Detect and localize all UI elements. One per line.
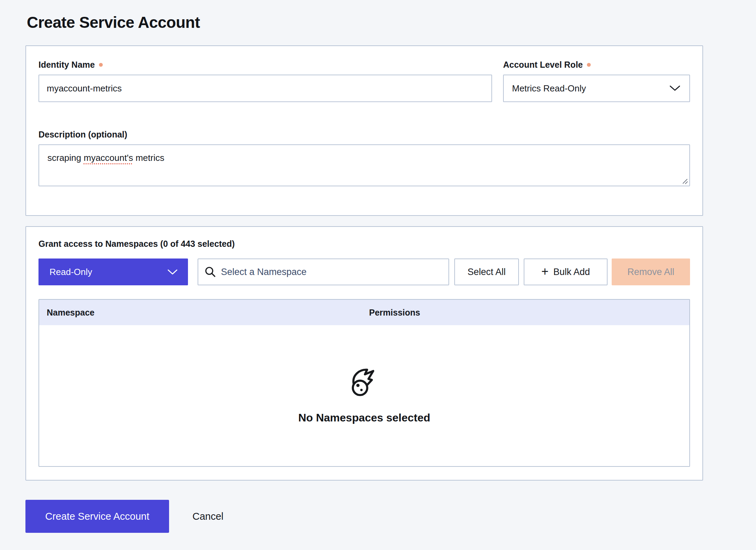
namespace-search-wrap [198, 258, 449, 285]
chevron-down-icon [669, 85, 680, 91]
create-service-account-button[interactable]: Create Service Account [25, 500, 169, 533]
description-textarea[interactable]: scraping myaccount's metrics [38, 144, 690, 186]
description-field-group: Description (optional) scraping myaccoun… [38, 130, 690, 186]
create-service-account-page: Create Service Account Identity Name Acc… [0, 0, 756, 533]
comet-icon [348, 367, 380, 399]
account-level-role-select[interactable]: Metrics Read-Only [503, 75, 690, 102]
remove-all-button[interactable]: Remove All [612, 258, 690, 285]
account-level-role-value: Metrics Read-Only [512, 83, 586, 94]
plus-icon: + [541, 265, 548, 278]
identity-name-input[interactable] [38, 75, 492, 102]
permission-role-value: Read-Only [49, 267, 92, 277]
namespaces-table-header: Namespace Permissions [39, 300, 689, 325]
page-title: Create Service Account [27, 13, 756, 32]
empty-state-text: No Namespaces selected [298, 411, 430, 424]
textarea-resize-handle[interactable] [681, 177, 688, 185]
form-footer: Create Service Account Cancel [25, 500, 756, 533]
description-misspelled-word: myaccount's [84, 153, 133, 163]
select-all-button[interactable]: Select All [454, 258, 519, 285]
identity-name-field-group: Identity Name [38, 60, 492, 102]
namespaces-table-empty-state: No Namespaces selected [39, 325, 689, 466]
bulk-add-button[interactable]: + Bulk Add [524, 258, 608, 285]
account-level-role-field-group: Account Level Role Metrics Read-Only [503, 60, 690, 102]
column-header-permissions: Permissions [369, 308, 689, 318]
grant-namespaces-heading: Grant access to Namespaces (0 of 443 sel… [38, 239, 690, 249]
namespace-search-input[interactable] [198, 258, 449, 285]
grant-namespaces-card: Grant access to Namespaces (0 of 443 sel… [25, 226, 703, 481]
identity-name-label: Identity Name [38, 60, 492, 69]
permission-role-dropdown[interactable]: Read-Only [38, 258, 188, 285]
column-header-namespace: Namespace [39, 308, 369, 318]
chevron-down-icon [167, 269, 178, 275]
required-indicator-dot [99, 63, 103, 67]
namespaces-table: Namespace Permissions No Namespaces sele… [38, 299, 690, 467]
cancel-button[interactable]: Cancel [192, 511, 223, 522]
description-text: metrics [133, 153, 164, 163]
required-indicator-dot [587, 63, 591, 67]
identity-details-card: Identity Name Account Level Role Metrics… [25, 45, 703, 216]
description-label: Description (optional) [38, 130, 690, 139]
namespaces-toolbar: Read-Only Select All + Bulk Add [38, 258, 690, 285]
description-text: scraping [47, 153, 84, 163]
account-level-role-label: Account Level Role [503, 60, 690, 69]
